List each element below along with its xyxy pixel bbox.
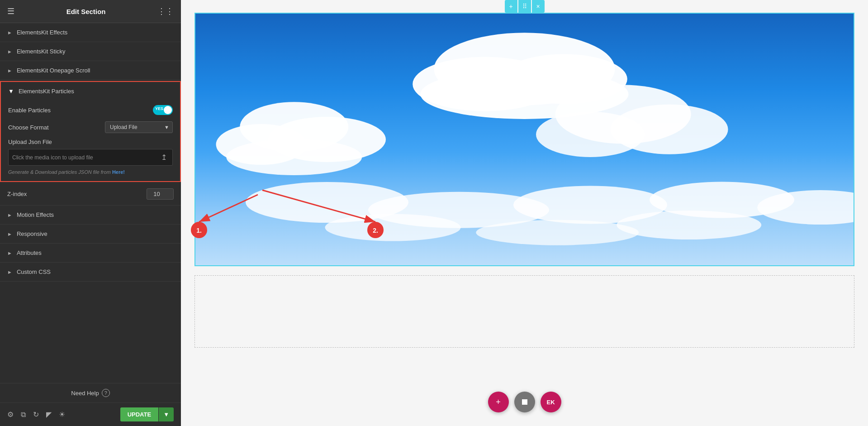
generate-text: Generate & Download particles JSON file … bbox=[8, 169, 173, 175]
sidebar: ☰ Edit Section ⋮⋮ ► ElementsKit Effects … bbox=[0, 0, 181, 426]
fab-add-button[interactable]: + bbox=[488, 392, 509, 412]
svg-point-7 bbox=[226, 139, 362, 175]
sidebar-item-motion[interactable]: ► Motion Effects bbox=[0, 206, 181, 225]
sidebar-item-onepage[interactable]: ► ElementsKit Onepage Scroll bbox=[0, 61, 181, 80]
z-index-row: Z-index bbox=[0, 183, 181, 206]
enable-particles-row: Enable Particles YES bbox=[8, 105, 173, 115]
eye-icon[interactable]: ☀ bbox=[59, 410, 65, 419]
z-index-input[interactable] bbox=[147, 188, 174, 200]
attributes-label: Attributes bbox=[17, 249, 42, 256]
particles-label: ElementsKit Particles bbox=[19, 88, 74, 95]
enable-particles-label: Enable Particles bbox=[8, 107, 51, 114]
svg-point-10 bbox=[536, 112, 645, 157]
upload-input-row: Click the media icon to upload file ↥ bbox=[8, 149, 173, 166]
update-dropdown-button[interactable]: ▼ bbox=[159, 407, 174, 421]
arrow-icon: ► bbox=[7, 49, 12, 54]
empty-section bbox=[194, 275, 854, 348]
arrow-icon: ► bbox=[7, 250, 12, 256]
need-help: Need Help ? bbox=[71, 389, 109, 397]
settings-icon[interactable]: ⚙ bbox=[7, 410, 14, 419]
z-index-label: Z-index bbox=[7, 191, 27, 197]
sky-background bbox=[195, 14, 854, 265]
section-move-button[interactable]: ⠿ bbox=[518, 0, 531, 13]
upload-placeholder-text: Click the media icon to upload file bbox=[12, 154, 159, 161]
stop-icon bbox=[521, 398, 528, 406]
arrow-icon: ► bbox=[7, 30, 12, 35]
responsive-icon[interactable]: ◤ bbox=[46, 410, 52, 419]
sidebar-item-sticky[interactable]: ► ElementsKit Sticky bbox=[0, 42, 181, 61]
toggle-knob bbox=[164, 106, 172, 114]
arrow-icon: ► bbox=[7, 231, 12, 237]
effects-label: ElementsKit Effects bbox=[17, 29, 67, 36]
onepage-label: ElementsKit Onepage Scroll bbox=[17, 67, 90, 74]
section-add-button[interactable]: + bbox=[505, 0, 517, 13]
upload-media-button[interactable]: ↥ bbox=[159, 152, 169, 163]
fab-row: + EK bbox=[488, 392, 561, 412]
grid-icon[interactable]: ⋮⋮ bbox=[157, 6, 174, 16]
format-select[interactable]: Upload File bbox=[105, 121, 173, 133]
sidebar-toolbar: ⚙ ⧉ ↻ ◤ ☀ UPDATE ▼ bbox=[0, 402, 181, 426]
arrow-icon: ▼ bbox=[8, 88, 14, 95]
cloud-image-area bbox=[194, 13, 854, 266]
arrow-icon: ► bbox=[7, 212, 12, 218]
svg-rect-19 bbox=[522, 399, 527, 405]
sidebar-footer: Need Help ? bbox=[0, 383, 181, 402]
format-select-wrapper: Upload File ▼ bbox=[105, 121, 173, 133]
sidebar-item-effects[interactable]: ► ElementsKit Effects bbox=[0, 23, 181, 42]
history-icon[interactable]: ↻ bbox=[33, 410, 39, 419]
choose-format-label: Choose Format bbox=[8, 124, 49, 131]
main-content: + ⠿ × bbox=[181, 0, 868, 426]
arrow-icon: ► bbox=[7, 269, 12, 275]
upload-json-label: Upload Json File bbox=[8, 139, 173, 145]
sticky-label: ElementsKit Sticky bbox=[17, 48, 66, 55]
sidebar-item-custom-css[interactable]: ► Custom CSS bbox=[0, 263, 181, 282]
arrow-icon: ► bbox=[7, 68, 12, 73]
responsive-label: Responsive bbox=[17, 230, 47, 237]
generate-here-link[interactable]: Here! bbox=[112, 169, 125, 175]
toggle-yes-text: YES bbox=[155, 106, 163, 111]
fab-ek-button[interactable]: EK bbox=[541, 392, 561, 412]
update-button[interactable]: UPDATE bbox=[120, 407, 158, 421]
choose-format-row: Choose Format Upload File ▼ bbox=[8, 121, 173, 133]
clouds-svg bbox=[195, 14, 854, 265]
particles-section: ▼ ElementsKit Particles Enable Particles… bbox=[0, 81, 181, 182]
sidebar-item-responsive[interactable]: ► Responsive bbox=[0, 225, 181, 244]
toolbar-icons: ⚙ ⧉ ↻ ◤ ☀ bbox=[7, 410, 65, 419]
update-group: UPDATE ▼ bbox=[120, 407, 174, 421]
section-close-button[interactable]: × bbox=[532, 0, 545, 13]
layers-icon[interactable]: ⧉ bbox=[21, 411, 26, 419]
sidebar-item-attributes[interactable]: ► Attributes bbox=[0, 244, 181, 263]
sidebar-item-particles[interactable]: ▼ ElementsKit Particles bbox=[1, 82, 180, 101]
enable-particles-toggle[interactable]: YES bbox=[153, 105, 173, 115]
sidebar-header: ☰ Edit Section ⋮⋮ bbox=[0, 0, 181, 23]
sidebar-title: Edit Section bbox=[66, 8, 106, 15]
svg-point-17 bbox=[476, 220, 639, 245]
section-toolbar: + ⠿ × bbox=[505, 0, 545, 13]
help-icon[interactable]: ? bbox=[102, 389, 110, 397]
hamburger-icon[interactable]: ☰ bbox=[7, 6, 14, 16]
need-help-text: Need Help bbox=[71, 390, 99, 397]
motion-label: Motion Effects bbox=[17, 211, 54, 218]
svg-point-16 bbox=[325, 214, 461, 241]
custom-css-label: Custom CSS bbox=[17, 268, 51, 275]
fab-stop-button[interactable] bbox=[514, 392, 535, 412]
svg-point-18 bbox=[617, 211, 761, 239]
sidebar-content: ► ElementsKit Effects ► ElementsKit Stic… bbox=[0, 23, 181, 383]
particles-body: Enable Particles YES Choose Format Uploa… bbox=[1, 101, 180, 181]
